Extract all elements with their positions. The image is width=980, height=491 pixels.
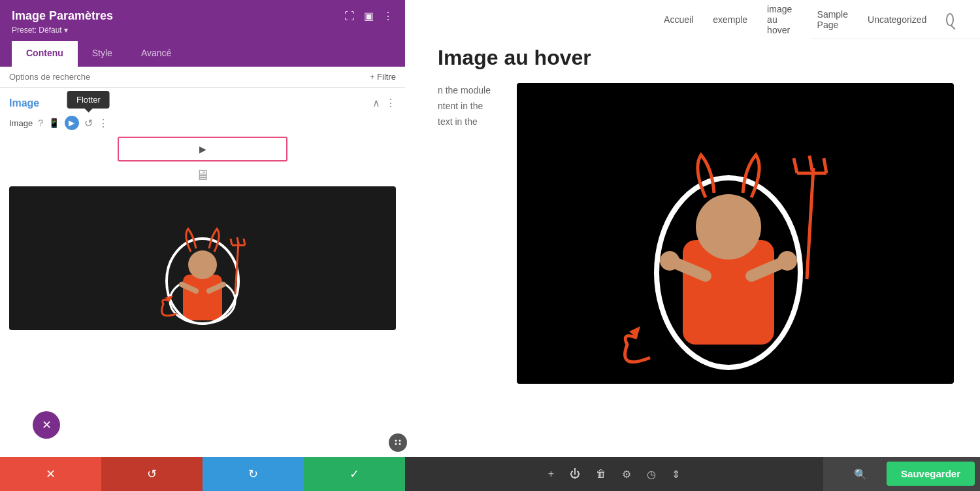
reset-with-tooltip: ↺ Flotter [84,117,93,129]
panel-title: Image Paramètres [12,9,113,23]
search-bar: + Filtre [0,67,405,88]
more-options-icon[interactable]: ⋮ [98,117,108,129]
more-icon[interactable]: ⋮ [383,10,393,22]
image-controls-row: Image ? 📱 ▶ ↺ Flotter ⋮ [9,116,396,130]
drag-handle[interactable] [389,433,407,452]
bottom-toolbar-left: ✕ ↺ ↻ ✓ [0,457,405,491]
svg-point-29 [399,443,401,445]
text-content: n the module ntent in the text in the [438,83,491,129]
svg-line-7 [237,237,238,244]
monitor-icon-area: 🖥 [9,167,396,184]
panel-preset[interactable]: Preset: Défaut [12,25,393,35]
text-line-3: text in the [438,114,491,130]
image-label: Image [9,118,33,128]
svg-line-6 [231,239,232,245]
monitor-icon: 🖥 [195,167,210,184]
header-icons: ⛶ ▣ ⋮ [344,10,393,22]
section-title: Image [9,97,39,109]
section-more-icon[interactable]: ⋮ [385,97,396,109]
cancel-button[interactable]: ✕ [0,457,101,491]
power-icon[interactable]: ⏻ [570,468,580,480]
search-input[interactable] [9,72,363,82]
trash-icon[interactable]: 🗑 [596,468,606,480]
svg-point-27 [399,440,401,442]
panel-header: Image Paramètres ⛶ ▣ ⋮ Preset: Défaut Co… [0,0,405,67]
collapse-icon[interactable]: ∧ [372,97,380,109]
history-icon[interactable]: ◷ [647,468,656,481]
settings-icon[interactable]: ⚙ [622,468,631,481]
large-image [517,83,954,384]
text-line-1: n the module [438,83,491,99]
text-line-2: ntent in the [438,99,491,114]
search-br-icon[interactable]: 🔍 [854,468,867,481]
save-button[interactable]: Sauvegarder [887,462,975,486]
expand-icon[interactable]: ⛶ [344,10,355,22]
nav-hover[interactable]: image au hover [767,4,797,35]
right-content: Accueil exemple image au hover Sample Pa… [405,0,980,491]
redo-button[interactable]: ↻ [203,457,304,491]
svg-point-24 [660,251,679,271]
nav-uncategorized[interactable]: Uncategorized [868,14,926,25]
close-circle-button[interactable]: ✕ [33,411,60,439]
nav-search-icon[interactable] [946,13,954,26]
reset-icon[interactable]: ↺ [84,118,93,129]
add-icon[interactable]: + [548,468,554,480]
svg-line-8 [244,239,245,245]
svg-point-25 [777,251,797,271]
panel-content: Image ∧ ⋮ Image ? 📱 ▶ ↺ Flotter [0,88,405,457]
drag-icon [393,438,402,447]
nav-links: Accueil exemple image au hover Sample Pa… [664,4,954,35]
nav-exemple[interactable]: exemple [713,14,747,25]
left-panel: Image Paramètres ⛶ ▣ ⋮ Preset: Défaut Co… [0,0,405,491]
content-layout: n the module ntent in the text in the [438,83,954,384]
image-preview [9,186,396,330]
page-title: Image au hover [438,46,954,70]
tab-avance[interactable]: Avancé [127,41,186,67]
devil-woman-large [565,83,905,384]
nav-sample[interactable]: Sample Page [817,9,848,30]
svg-point-14 [696,194,761,260]
image-input-field[interactable]: ▶ [118,137,287,161]
filter-button[interactable]: + Filtre [370,72,396,82]
svg-rect-1 [183,275,222,320]
arrange-icon[interactable]: ⇕ [672,468,680,481]
play-icon[interactable]: ▶ [65,116,79,130]
nav-accueil[interactable]: Accueil [664,14,693,25]
bottom-icons-bar: + ⏻ 🗑 ⚙ ◷ ⇕ [405,457,823,491]
help-icon[interactable]: ? [38,118,43,128]
svg-point-2 [188,250,217,279]
tab-style[interactable]: Style [78,41,127,67]
top-nav: Accueil exemple image au hover Sample Pa… [810,0,980,39]
cursor-icon: ▶ [199,144,206,154]
undo-button[interactable]: ↺ [101,457,203,491]
confirm-button[interactable]: ✓ [304,457,405,491]
section-controls: ∧ ⋮ [372,97,396,109]
tab-contenu[interactable]: Contenu [12,41,78,67]
mobile-icon[interactable]: 📱 [48,118,59,128]
devil-woman-preview [137,190,268,327]
svg-point-28 [395,443,397,445]
columns-icon[interactable]: ▣ [364,10,374,22]
svg-point-26 [395,440,397,442]
bottom-right-bar: 🔍 ◭ ? Sauvegarder [823,457,980,491]
tooltip-box: Flotter [67,91,110,109]
panel-tabs: Contenu Style Avancé [12,41,393,67]
